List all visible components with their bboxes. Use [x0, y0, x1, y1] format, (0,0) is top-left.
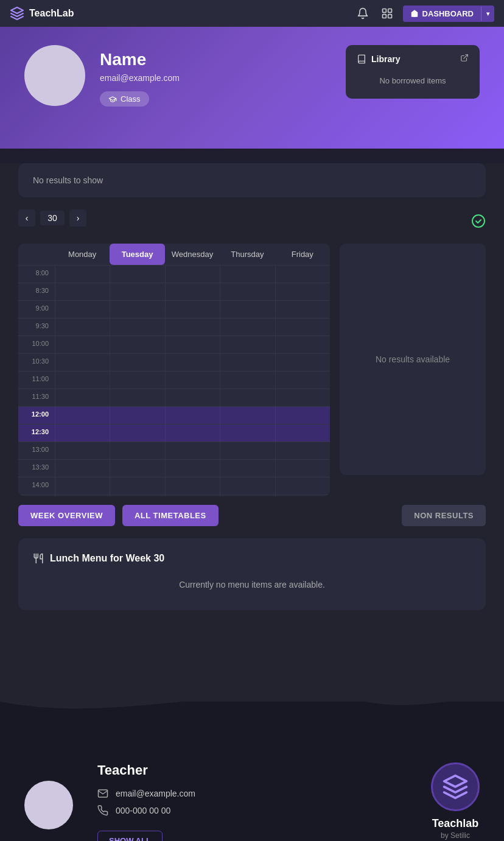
all-timetables-button[interactable]: ALL TIMETABLES: [122, 505, 219, 526]
spacer: [18, 610, 486, 659]
timetable-day-cell: [110, 424, 164, 442]
timetable-time-cell: 8:00: [18, 266, 55, 283]
no-results-text: No results to show: [33, 175, 103, 185]
timetable-day-cell: [275, 301, 330, 318]
timetable-day-cell: [275, 389, 330, 406]
footer-avatar: [24, 781, 73, 829]
timetable-day-cell: [165, 495, 220, 496]
no-results-panel-text: No results available: [376, 354, 450, 364]
timetable-day-cell: [110, 283, 164, 300]
external-link-icon[interactable]: [460, 54, 469, 64]
timetable-row: 12:00: [18, 406, 330, 424]
timetable-day-cell: [220, 336, 275, 353]
timetable-day-cell: [165, 283, 220, 300]
timetable-day-friday[interactable]: Friday: [275, 244, 330, 265]
timetable-day-cell: [275, 407, 330, 424]
class-label: Class: [121, 94, 141, 104]
timetable-day-cell: [220, 283, 275, 300]
lunch-title: Lunch Menu for Week 30: [50, 553, 164, 564]
class-badge[interactable]: Class: [100, 91, 149, 107]
svg-rect-6: [0, 677, 504, 702]
timetable-header-empty: [18, 244, 55, 265]
graduation-icon: [108, 95, 117, 104]
timetable-day-cell: [275, 318, 330, 336]
timetable-day-cell: [165, 407, 220, 424]
app-logo: TeachLab: [10, 6, 74, 21]
prev-week-button[interactable]: ‹: [18, 209, 35, 227]
timetable-day-cell: [275, 283, 330, 300]
grid-button[interactable]: [379, 5, 396, 22]
timetable-day-cell: [110, 460, 164, 477]
library-card-header: Library: [357, 54, 469, 64]
timetable-time-cell: 10:00: [18, 336, 55, 353]
non-results-button[interactable]: NON RESULTS: [402, 505, 486, 526]
timetable-container: Monday Tuesday Wednesday Thursday Friday…: [18, 244, 486, 496]
timetable-day-cell: [165, 442, 220, 459]
teachlab-logo-icon: [10, 6, 24, 21]
timetable-time-cell: 11:00: [18, 371, 55, 389]
timetable-day-cell: [110, 266, 164, 283]
profile-header: Name email@example.com Class Library: [0, 27, 504, 149]
book-icon: [357, 54, 366, 64]
timetable-day-cell: [275, 495, 330, 496]
timetable-day-cell: [275, 336, 330, 353]
svg-rect-1: [388, 9, 391, 13]
library-title: Library: [371, 54, 400, 64]
timetable-day-cell: [275, 424, 330, 442]
timetable-day-cell: [110, 407, 164, 424]
timetable-day-cell: [55, 460, 110, 477]
timetable-day-cell: [220, 389, 275, 406]
timetable-day-cell: [220, 318, 275, 336]
timetable-day-monday[interactable]: Monday: [55, 244, 110, 265]
timetable-day-cell: [220, 354, 275, 371]
phone-icon: [97, 805, 108, 816]
timetable-time-cell: 10:30: [18, 354, 55, 371]
timetable-day-cell: [220, 495, 275, 496]
svg-rect-3: [388, 15, 391, 18]
avatar: [24, 45, 85, 106]
calendar-nav: ‹ 30 ›: [18, 209, 86, 227]
week-overview-button[interactable]: WEEK OVERVIEW: [18, 505, 115, 526]
timetable-day-thursday[interactable]: Thursday: [220, 244, 275, 265]
timetable-day-cell: [55, 318, 110, 336]
wave-divider: [0, 677, 504, 726]
svg-line-4: [464, 55, 467, 58]
timetable-day-cell: [165, 301, 220, 318]
timetable-day-cell: [165, 318, 220, 336]
dashboard-button[interactable]: DASHBOARD ▾: [403, 5, 495, 22]
timetable-day-cell: [165, 477, 220, 494]
timetable-day-cell: [55, 424, 110, 442]
library-no-items: No borrowed items: [357, 71, 469, 90]
timetable-day-cell: [220, 477, 275, 494]
next-week-button[interactable]: ›: [69, 209, 86, 227]
timetable-day-cell: [165, 389, 220, 406]
timetable-day-wednesday[interactable]: Wednesday: [165, 244, 220, 265]
timetable-time-cell: 12:00: [18, 407, 55, 424]
timetable-day-cell: [220, 266, 275, 283]
app-name: TeachLab: [29, 8, 74, 19]
timetable-day-cell: [110, 336, 164, 353]
grid-icon: [381, 7, 393, 19]
timetable-day-cell: [55, 354, 110, 371]
timetable-day-cell: [220, 407, 275, 424]
notification-button[interactable]: [354, 5, 371, 22]
topnav-right: DASHBOARD ▾: [354, 5, 495, 22]
calendar-section: ‹ 30 › Monday Tuesday Wednesday Thur: [18, 209, 486, 526]
timetable-row: 8:00: [18, 265, 330, 283]
timetable-day-cell: [275, 460, 330, 477]
dashboard-btn-main: DASHBOARD: [403, 5, 481, 22]
week-number: 30: [40, 211, 65, 225]
timetable-day-cell: [55, 495, 110, 496]
lunch-section: Lunch Menu for Week 30 Currently no menu…: [18, 538, 486, 610]
timetable-day-cell: [110, 301, 164, 318]
profile-name: Name: [100, 50, 331, 69]
timetable-day-cell: [55, 442, 110, 459]
timetable-day-tuesday[interactable]: Tuesday: [110, 244, 164, 265]
timetable-wrap: Monday Tuesday Wednesday Thursday Friday…: [18, 244, 330, 496]
timetable-time-cell: 8:30: [18, 283, 55, 300]
main-content: No results to show ‹ 30 › Monday: [0, 163, 504, 677]
show-all-button[interactable]: SHOW ALL: [97, 831, 163, 841]
teachlab-footer-icon: [442, 773, 469, 800]
dashboard-dropdown-arrow[interactable]: ▾: [481, 7, 494, 21]
timetable-day-cell: [165, 266, 220, 283]
